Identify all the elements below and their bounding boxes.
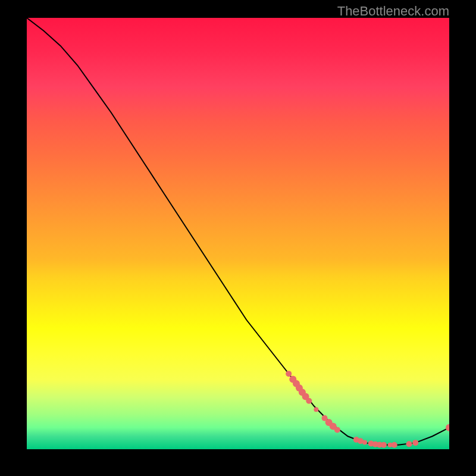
- bottleneck-curve: [27, 18, 449, 445]
- data-point: [446, 424, 449, 431]
- data-point: [381, 442, 387, 448]
- watermark-text: TheBottleneck.com: [337, 4, 449, 19]
- plot-area: [27, 18, 449, 449]
- data-point: [306, 398, 312, 404]
- chart-container: TheBottleneck.com: [0, 0, 476, 476]
- data-point: [362, 440, 367, 444]
- data-point: [406, 441, 412, 447]
- chart-overlay: [27, 18, 449, 449]
- data-point: [392, 442, 397, 448]
- data-point: [286, 371, 292, 377]
- data-point: [334, 427, 340, 433]
- data-point: [314, 407, 318, 412]
- data-point: [412, 440, 418, 446]
